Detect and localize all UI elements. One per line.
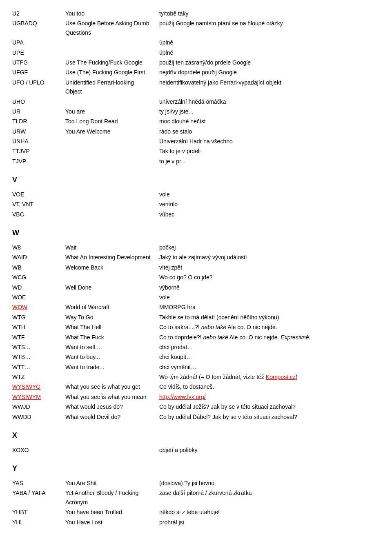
abbreviation[interactable]: WOW xyxy=(12,303,65,312)
translation: někdo si z tebe utahuje! xyxy=(159,508,380,517)
table-row: WDWell Donevýborně xyxy=(12,283,380,292)
meaning: What would Devil do? xyxy=(65,412,159,421)
meaning: Want to trade... xyxy=(65,363,159,372)
abbreviation: TJVP xyxy=(12,157,65,166)
abbreviation: YHBT xyxy=(12,508,65,517)
table-row: WTHWhat The HellCo to sakra....?! nebo t… xyxy=(12,323,380,332)
abbreviation[interactable]: WYSIWYG xyxy=(12,382,65,391)
table-row: URWYou Are Welcomerádo se stalo xyxy=(12,127,380,136)
meaning: Use (The) Fucking Google First xyxy=(65,68,159,77)
translation: rádo se stalo xyxy=(159,127,380,136)
table-row: WYSIWYMWhat you see is what you meanhttp… xyxy=(12,392,380,401)
translation: Co to sakra....?! nebo také Ale co. O ni… xyxy=(159,323,380,332)
table-row: TTJVPTak to je v prdeli xyxy=(12,147,380,156)
abbreviation: WWDD xyxy=(12,412,65,421)
table-row: URYou arety jsi/vy jste... xyxy=(12,107,380,116)
abbreviation: WTH xyxy=(12,323,65,332)
meaning: What An Interesting Development xyxy=(65,253,159,262)
abbreviation: UR xyxy=(12,107,65,116)
meaning: Unidentified Ferrari-looking Object xyxy=(65,78,159,96)
abbreviation: UGBADQ xyxy=(12,19,65,28)
table-row: WTZWo tým žádná! (= O tom žádná!, vizte … xyxy=(12,372,380,381)
abbreviation: WTT… xyxy=(12,363,65,372)
section-header-x: X xyxy=(12,430,380,441)
lyx-link[interactable]: http://www.lyx.org/ xyxy=(159,394,206,400)
meaning: What you see is what you get xyxy=(65,382,159,391)
table-row: UHOuniverzální hnědá omáčka xyxy=(12,97,380,106)
kompost-link[interactable]: Kompost.cz xyxy=(266,374,296,380)
translation: Wo tým žádná! (= O tom žádná!, vizte též… xyxy=(159,372,380,381)
translation: univerzální hnědá omáčka xyxy=(159,97,380,106)
translation: Co by udělal Ježíš? Jak by se v této sit… xyxy=(159,402,380,411)
meaning: Well Done xyxy=(65,283,159,292)
abbr-link[interactable]: WYSIWYM xyxy=(12,394,41,400)
table-row: UNHAUniverzální Hadr na všechno xyxy=(12,137,380,146)
meaning: You have been Trolled xyxy=(65,508,159,517)
translation: (doslova) Ty jsi hovno xyxy=(159,479,380,488)
meaning: Welcome Back xyxy=(65,263,159,272)
table-row: WTS…Want to sell…chci prodat… xyxy=(12,343,380,352)
meaning: What The Fuck xyxy=(65,333,159,342)
meaning: You Are Welcome xyxy=(65,127,159,136)
abbreviation: UFGF xyxy=(12,68,65,77)
meaning: Way To Go xyxy=(65,313,159,322)
abbreviation[interactable]: WYSIWYM xyxy=(12,392,65,401)
translation: vole xyxy=(159,293,380,302)
abbreviation: WTS… xyxy=(12,343,65,352)
table-row: TLDRToo Long Dont Readmoc dlouhé nečíst xyxy=(12,117,380,126)
abbreviation: WTG xyxy=(12,313,65,322)
translation: http://www.lyx.org/ xyxy=(159,392,380,401)
abbreviation: WD xyxy=(12,283,65,292)
meaning: You Have Lost xyxy=(65,518,159,527)
abbreviation: UFO / UFLO xyxy=(12,78,65,87)
abbreviation: YAS xyxy=(12,479,65,488)
translation: vole xyxy=(159,190,380,199)
translation: Co vidíš, to dostaneš. xyxy=(159,382,380,391)
section-header-y: Y xyxy=(12,463,380,475)
abbr-link[interactable]: WOW xyxy=(12,304,27,310)
translation: neidentifikovatelný jako Ferrari-vypadaj… xyxy=(159,78,380,87)
translation: to je v pr... xyxy=(159,157,380,166)
table-row: UFO / UFLOUnidentified Ferrari-looking O… xyxy=(12,78,380,96)
translation: nejdřív doprdele použij Google xyxy=(159,68,380,77)
table-row: UFGFUse (The) Fucking Google Firstnejdří… xyxy=(12,68,380,77)
section-header-v: V xyxy=(12,174,380,186)
abbreviation: VOE xyxy=(12,190,65,199)
abbreviation: WTZ xyxy=(12,372,65,381)
meaning: You are xyxy=(65,107,159,116)
translation: úplně xyxy=(159,38,380,47)
translation: chci koupit… xyxy=(159,352,380,361)
meaning: What would Jesus do? xyxy=(65,402,159,411)
table-row: UPAúplně xyxy=(12,38,380,47)
translation: objetí a polibky xyxy=(159,446,380,455)
table-row: U2You tooty/tobě taky xyxy=(12,9,380,18)
meaning: What you see is what you mean xyxy=(65,392,159,401)
table-row: UPEúplně xyxy=(12,48,380,57)
translation: Univerzální Hadr na všechno xyxy=(159,137,380,146)
translation: chci prodat… xyxy=(159,343,380,352)
translation: vůbec xyxy=(159,210,380,219)
abbreviation: WCG xyxy=(12,273,65,282)
translation: ventrilo xyxy=(159,200,380,209)
table-row: WWJDWhat would Jesus do?Co by udělal Jež… xyxy=(12,402,380,411)
table-row: W8Waitpočkej xyxy=(12,243,380,252)
table-row: WBWelcome Backvítej zpět xyxy=(12,263,380,272)
abbreviation: URW xyxy=(12,127,65,136)
translation: MMORPG hra xyxy=(159,303,380,312)
abbr-link[interactable]: WYSIWYG xyxy=(12,383,40,390)
translation: Takhle se to má dělat! (ocenění něčího v… xyxy=(159,313,380,322)
meaning: Use The Fucking/Fuck Google xyxy=(65,58,159,67)
meaning: Wait xyxy=(65,243,159,252)
table-row: WTT…Want to trade...chci vyměnit… xyxy=(12,363,380,372)
table-row: YABA / YAFAYet Another Bloody / Fucking … xyxy=(12,488,380,507)
translation: Co to doprdele?! nebo také Ale co. O nic… xyxy=(159,333,380,342)
translation: úplně xyxy=(159,48,380,57)
translation: moc dlouhé nečíst xyxy=(159,117,380,126)
abbreviation: WB xyxy=(12,263,65,272)
translation: prohrál jsi xyxy=(159,518,380,527)
meaning: What The Hell xyxy=(65,323,159,332)
translation: ty jsi/vy jste... xyxy=(159,107,380,116)
translation: Co by udělal Ďábel? Jak by se v této sit… xyxy=(159,412,380,421)
table-row: TJVPto je v pr... xyxy=(12,157,380,166)
abbreviation: VBC xyxy=(12,210,65,219)
